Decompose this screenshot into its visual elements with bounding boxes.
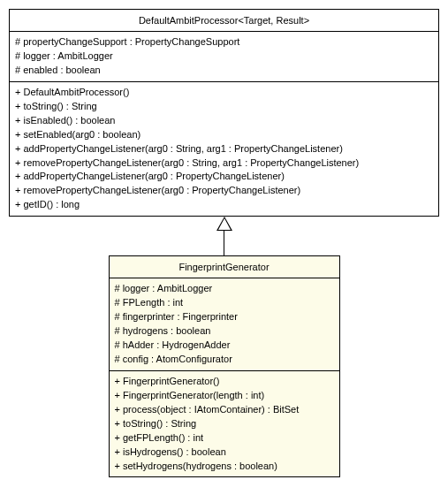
field-row: # fingerprinter : Fingerprinter: [115, 310, 334, 324]
field-row: # enabled : boolean: [15, 64, 433, 78]
parent-class-box: DefaultAmbitProcessor<Target, Result> # …: [9, 9, 439, 217]
method-row: + getID() : long: [15, 198, 433, 212]
parent-fields-section: # propertyChangeSupport : PropertyChange…: [10, 32, 438, 82]
child-methods-section: + FingerprintGenerator() + FingerprintGe…: [110, 371, 339, 477]
method-row: + removePropertyChangeListener(arg0 : St…: [15, 156, 433, 171]
parent-class-name: DefaultAmbitProcessor<Target, Result>: [10, 10, 438, 32]
method-row: + FingerprintGenerator(): [115, 375, 334, 389]
method-row: + FingerprintGenerator(length : int): [115, 389, 334, 403]
field-row: # hydrogens : boolean: [115, 324, 334, 339]
child-class-box: FingerprintGenerator # logger : AmbitLog…: [109, 255, 340, 477]
child-fields-section: # logger : AmbitLogger # FPLength : int …: [110, 278, 339, 371]
method-row: + toString() : String: [115, 417, 334, 431]
method-row: + DefaultAmbitProcessor(): [15, 86, 433, 100]
generalization-arrow-icon: [216, 217, 232, 231]
field-row: # hAdder : HydrogenAdder: [115, 339, 334, 353]
method-row: + setHydrogens(hydrogens : boolean): [115, 460, 334, 474]
field-row: # FPLength : int: [115, 296, 334, 310]
method-row: + addPropertyChangeListener(arg0 : Strin…: [15, 142, 433, 156]
field-row: # config : AtomConfigurator: [115, 353, 334, 367]
method-row: + removePropertyChangeListener(arg0 : Pr…: [15, 184, 433, 198]
inheritance-connector: [9, 217, 439, 255]
method-row: + toString() : String: [15, 100, 433, 114]
field-row: # logger : AmbitLogger: [15, 50, 433, 64]
method-row: + process(object : IAtomContainer) : Bit…: [115, 403, 334, 417]
field-row: # logger : AmbitLogger: [115, 282, 334, 296]
method-row: + getFPLength() : int: [115, 431, 334, 446]
method-row: + isEnabled() : boolean: [15, 114, 433, 128]
method-row: + setEnabled(arg0 : boolean): [15, 128, 433, 142]
connector-line: [224, 231, 224, 255]
parent-methods-section: + DefaultAmbitProcessor() + toString() :…: [10, 82, 438, 216]
method-row: + isHydrogens() : boolean: [115, 446, 334, 460]
child-class-name: FingerprintGenerator: [110, 256, 339, 278]
field-row: # propertyChangeSupport : PropertyChange…: [15, 35, 433, 50]
method-row: + addPropertyChangeListener(arg0 : Prope…: [15, 170, 433, 184]
